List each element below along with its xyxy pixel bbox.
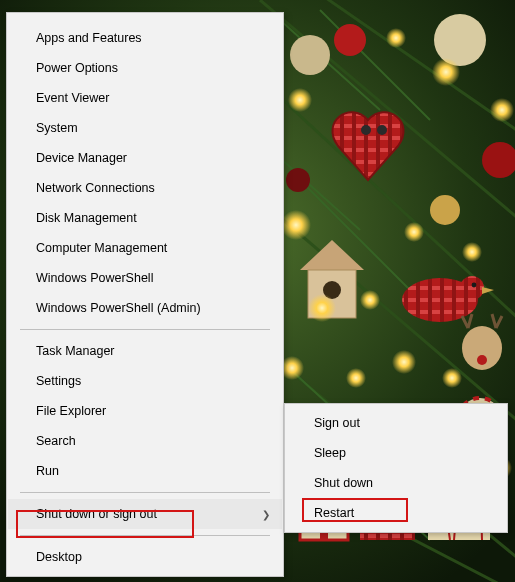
svg-point-40: [288, 88, 312, 112]
menu-item-computer-management[interactable]: Computer Management: [8, 233, 282, 263]
desktop-root: Apps and Features Power Options Event Vi…: [0, 0, 515, 582]
menu-item-label: Task Manager: [36, 344, 115, 358]
svg-point-48: [360, 290, 380, 310]
menu-item-settings[interactable]: Settings: [8, 366, 282, 396]
svg-point-25: [377, 125, 387, 135]
svg-point-41: [432, 58, 460, 86]
svg-point-47: [308, 294, 336, 322]
menu-item-label: Settings: [36, 374, 81, 388]
svg-point-17: [334, 24, 366, 56]
svg-point-52: [442, 368, 462, 388]
svg-point-45: [404, 222, 424, 242]
menu-item-label: Sleep: [314, 446, 346, 460]
menu-item-device-manager[interactable]: Device Manager: [8, 143, 282, 173]
menu-item-label: Computer Management: [36, 241, 167, 255]
menu-item-label: Disk Management: [36, 211, 137, 225]
svg-point-24: [361, 125, 371, 135]
menu-item-label: Run: [36, 464, 59, 478]
menu-item-label: Sign out: [314, 416, 360, 430]
menu-item-desktop[interactable]: Desktop: [8, 542, 282, 572]
menu-separator: [20, 535, 270, 536]
submenu-item-shut-down[interactable]: Shut down: [286, 468, 506, 498]
menu-item-network-connections[interactable]: Network Connections: [8, 173, 282, 203]
menu-item-run[interactable]: Run: [8, 456, 282, 486]
svg-point-43: [490, 98, 514, 122]
menu-item-label: Power Options: [36, 61, 118, 75]
svg-point-51: [392, 350, 416, 374]
menu-item-task-manager[interactable]: Task Manager: [8, 336, 282, 366]
menu-item-label: Shut down: [314, 476, 373, 490]
menu-separator: [20, 492, 270, 493]
submenu-item-sleep[interactable]: Sleep: [286, 438, 506, 468]
menu-item-windows-powershell[interactable]: Windows PowerShell: [8, 263, 282, 293]
menu-separator: [20, 329, 270, 330]
menu-item-label: Apps and Features: [36, 31, 142, 45]
svg-point-32: [472, 283, 477, 288]
menu-item-label: Windows PowerShell: [36, 271, 153, 285]
svg-point-46: [462, 242, 482, 262]
submenu-item-restart[interactable]: Restart: [286, 498, 506, 528]
menu-item-label: Windows PowerShell (Admin): [36, 301, 201, 315]
menu-item-label: Restart: [314, 506, 354, 520]
menu-item-label: Device Manager: [36, 151, 127, 165]
menu-item-label: Search: [36, 434, 76, 448]
submenu-arrow-icon: ❯: [262, 509, 270, 520]
menu-item-label: Network Connections: [36, 181, 155, 195]
menu-item-label: File Explorer: [36, 404, 106, 418]
menu-item-event-viewer[interactable]: Event Viewer: [8, 83, 282, 113]
menu-item-file-explorer[interactable]: File Explorer: [8, 396, 282, 426]
svg-point-44: [281, 210, 311, 240]
svg-point-20: [430, 195, 460, 225]
menu-item-disk-management[interactable]: Disk Management: [8, 203, 282, 233]
svg-point-21: [286, 168, 310, 192]
svg-point-30: [460, 276, 484, 300]
menu-item-label: Event Viewer: [36, 91, 109, 105]
shutdown-submenu: Sign out Sleep Shut down Restart: [284, 403, 508, 533]
menu-item-windows-powershell-admin[interactable]: Windows PowerShell (Admin): [8, 293, 282, 323]
menu-item-system[interactable]: System: [8, 113, 282, 143]
winx-menu: Apps and Features Power Options Event Vi…: [6, 12, 284, 577]
menu-item-shutdown-signout[interactable]: Shut down or sign out ❯: [8, 499, 282, 529]
menu-item-search[interactable]: Search: [8, 426, 282, 456]
svg-point-42: [386, 28, 406, 48]
submenu-item-sign-out[interactable]: Sign out: [286, 408, 506, 438]
menu-item-label: Shut down or sign out: [36, 507, 157, 521]
svg-point-16: [290, 35, 330, 75]
svg-point-50: [346, 368, 366, 388]
svg-point-34: [477, 355, 487, 365]
menu-item-label: System: [36, 121, 78, 135]
menu-item-apps-and-features[interactable]: Apps and Features: [8, 23, 282, 53]
menu-item-label: Desktop: [36, 550, 82, 564]
svg-point-18: [434, 14, 486, 66]
menu-item-power-options[interactable]: Power Options: [8, 53, 282, 83]
